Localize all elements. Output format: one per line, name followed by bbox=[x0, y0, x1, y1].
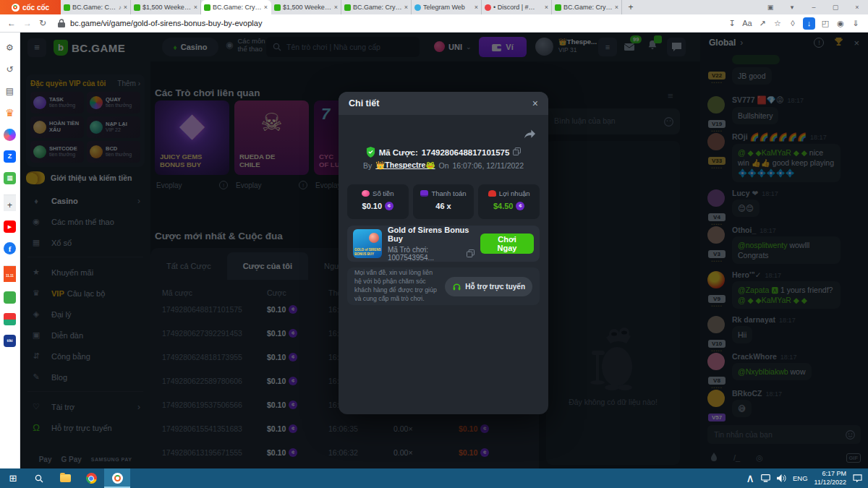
stat-icon bbox=[488, 190, 496, 197]
share-icon[interactable]: ↗ bbox=[757, 19, 767, 28]
browser-tab[interactable]: • Discord | #🎮gam × bbox=[482, 0, 552, 14]
stat-icon bbox=[420, 190, 428, 197]
tab-audio-icon[interactable]: ♪ bbox=[119, 4, 122, 11]
tab-favicon bbox=[344, 4, 351, 11]
browser-tab[interactable]: BC.Game: Crypto ♪ × bbox=[61, 0, 131, 14]
minimize-icon[interactable]: – bbox=[803, 4, 825, 11]
clock[interactable]: 6:17 PM11/12/2022 bbox=[814, 470, 846, 487]
game-code: Mã Trò chơi: 1007543954... bbox=[388, 246, 463, 262]
chrome-icon[interactable] bbox=[78, 468, 104, 488]
messenger-icon[interactable] bbox=[4, 129, 16, 141]
player-name-link[interactable]: 👑Thespectre🐸 bbox=[375, 160, 435, 170]
tab-favicon bbox=[204, 4, 210, 11]
volume-icon[interactable] bbox=[777, 472, 786, 485]
https-lock-icon[interactable] bbox=[58, 19, 65, 27]
tab-favicon bbox=[414, 4, 421, 11]
tab-bar: BC.Game: Crypto ♪ × $1,500 Weekend Evo ×… bbox=[61, 0, 622, 14]
tab-title: BC.Game: Crypto Ca bbox=[563, 4, 613, 11]
tab-close-icon[interactable]: × bbox=[194, 4, 197, 11]
crown-icon[interactable]: ♛ bbox=[4, 107, 16, 119]
new-tab-button[interactable]: + bbox=[622, 0, 639, 14]
coc-coc-logo[interactable]: cốc cốc bbox=[0, 0, 61, 14]
sale-1111-icon[interactable]: 11.11 bbox=[4, 265, 16, 282]
zalo-icon[interactable]: Z bbox=[4, 150, 16, 163]
browser-tab[interactable]: BC.Game: Crypto Ca × bbox=[341, 0, 412, 14]
adblock-shield-icon[interactable]: ◊ bbox=[788, 19, 798, 27]
study-app-icon[interactable] bbox=[4, 313, 16, 325]
downloads-tray-icon[interactable]: ⇓ bbox=[851, 19, 861, 28]
forward-icon[interactable]: → bbox=[23, 18, 32, 28]
translate-icon[interactable]: Aa bbox=[742, 19, 752, 27]
battery-app-icon[interactable] bbox=[4, 291, 16, 304]
game-center-icon[interactable]: ▦ bbox=[4, 172, 16, 184]
close-window-icon[interactable]: × bbox=[846, 4, 868, 11]
youtube-icon[interactable]: ▶ bbox=[4, 221, 16, 233]
tab-title: $1,500 Weekend Evo bbox=[283, 4, 332, 11]
tab-title: $1,500 Weekend Evo bbox=[142, 4, 192, 11]
game-title: Gold of Sirens Bonus Buy bbox=[388, 226, 475, 243]
tab-favicon bbox=[134, 4, 140, 11]
modal-title: Chi tiết bbox=[349, 98, 379, 108]
browser-tab[interactable]: BC.Game: Crypto Ca × bbox=[201, 0, 271, 14]
taskbar-search-icon[interactable] bbox=[26, 468, 52, 488]
browser-tab-strip: cốc cốc BC.Game: Crypto ♪ × $1,500 Weeke… bbox=[0, 0, 868, 14]
browser-tab[interactable]: Telegram Web × bbox=[412, 0, 482, 14]
support-text: Mọi vấn đề, xin vui lòng liên hệ với bộ … bbox=[354, 269, 439, 304]
language-indicator[interactable]: ENG bbox=[793, 474, 808, 482]
tab-close-icon[interactable]: × bbox=[615, 4, 618, 11]
tab-close-icon[interactable]: × bbox=[404, 4, 408, 11]
browser-tab[interactable]: $1,500 Weekend Evo × bbox=[271, 0, 341, 14]
reload-icon[interactable]: ↻ bbox=[39, 18, 46, 28]
tab-close-icon[interactable]: × bbox=[545, 4, 548, 11]
tab-close-icon[interactable]: × bbox=[475, 4, 478, 11]
browser-tab[interactable]: BC.Game: Crypto Ca × bbox=[552, 0, 622, 14]
coc-coc-taskbar-icon[interactable] bbox=[104, 468, 130, 488]
toolbar-icons: ↧Aa↗☆◊↓◰◉⇓ bbox=[727, 17, 861, 30]
tab-close-icon[interactable]: × bbox=[264, 4, 268, 11]
verified-shield-icon bbox=[366, 147, 375, 158]
back-icon[interactable]: ← bbox=[7, 18, 16, 28]
maximize-icon[interactable]: ▢ bbox=[825, 4, 846, 11]
history-icon[interactable]: ↺ bbox=[4, 64, 16, 76]
stat-icon bbox=[362, 190, 370, 197]
live-support-button[interactable]: Hỗ trợ trực tuyến bbox=[445, 277, 532, 296]
bookmark-star-icon[interactable]: ☆ bbox=[773, 19, 783, 28]
tab-favicon bbox=[274, 4, 281, 11]
copy-icon[interactable] bbox=[513, 147, 521, 157]
address-bar[interactable]: bc.game/vi/game/gold-of-sirens-bonus-buy… bbox=[70, 19, 727, 27]
system-tray: ∧ ENG 6:17 PM11/12/2022 bbox=[746, 470, 868, 487]
tab-title: Telegram Web bbox=[423, 4, 472, 11]
tab-favicon bbox=[555, 4, 561, 11]
tab-search-icon[interactable]: ▣ bbox=[760, 4, 781, 11]
file-explorer-icon[interactable] bbox=[52, 468, 78, 488]
facebook-icon[interactable]: f bbox=[4, 242, 16, 254]
newsfeed-icon[interactable]: ▤ bbox=[4, 85, 16, 98]
browser-tab[interactable]: $1,500 Weekend Evo × bbox=[131, 0, 201, 14]
add-shortcut-icon[interactable]: + bbox=[4, 194, 16, 211]
tab-close-icon[interactable]: × bbox=[334, 4, 338, 11]
network-icon[interactable] bbox=[761, 472, 770, 485]
windows-taskbar: ⊞ ∧ ENG 6:17 PM11/12/2022 bbox=[0, 468, 868, 488]
copy-icon[interactable] bbox=[467, 249, 475, 259]
bet-stats: Số tiền $0.10 Thanh toán 46 x Lợi nhuận … bbox=[347, 184, 540, 219]
tray-expand-icon[interactable]: ∧ bbox=[746, 471, 754, 485]
bet-datetime: 16:07:06, 12/11/2022 bbox=[453, 161, 524, 170]
share-bet-icon[interactable] bbox=[524, 129, 535, 142]
tab-title: BC.Game: Crypto bbox=[72, 4, 116, 11]
bet-stat-card: Lợi nhuận $4.50 bbox=[478, 184, 540, 219]
extensions-icon[interactable]: ◰ bbox=[820, 19, 830, 28]
profile-icon[interactable]: ◉ bbox=[835, 19, 846, 28]
save-page-icon[interactable]: ↧ bbox=[727, 19, 737, 28]
play-now-button[interactable]: Chơi Ngay bbox=[480, 234, 534, 254]
tiki-icon[interactable]: tiki bbox=[4, 335, 16, 347]
tab-close-icon[interactable]: × bbox=[124, 4, 127, 11]
coin-icon bbox=[516, 202, 524, 210]
action-center-icon[interactable] bbox=[853, 472, 862, 485]
start-button[interactable]: ⊞ bbox=[0, 468, 26, 488]
settings-gear-icon[interactable]: ⚙ bbox=[4, 42, 16, 54]
modal-close-icon[interactable]: × bbox=[532, 98, 538, 109]
download-button-icon[interactable]: ↓ bbox=[803, 17, 815, 30]
tab-list-icon[interactable]: ▾ bbox=[781, 4, 803, 11]
game-thumbnail[interactable]: GOLD of SIRENSBONUS BUY bbox=[353, 229, 382, 258]
coin-icon bbox=[385, 202, 393, 210]
